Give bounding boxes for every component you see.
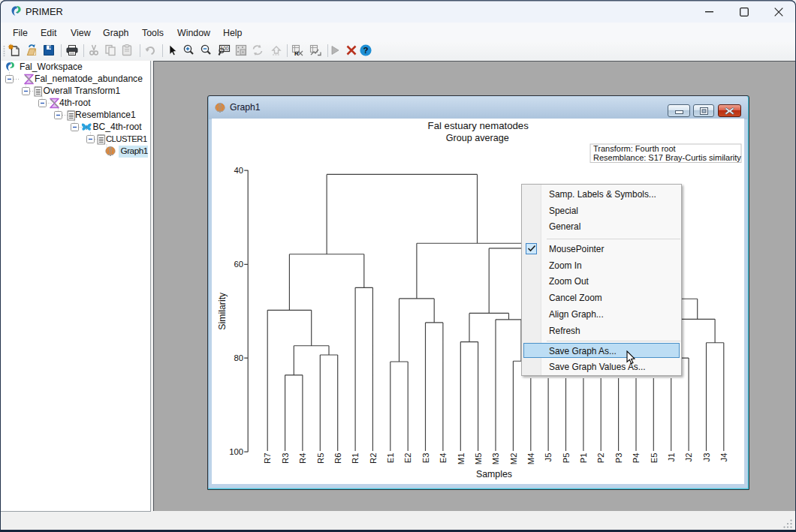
svg-text:P2: P2 [596, 452, 605, 463]
svg-text:J4: J4 [719, 452, 728, 461]
svg-text:P4: P4 [632, 452, 641, 463]
svg-text:M5: M5 [473, 452, 482, 464]
svg-text:J5: J5 [544, 452, 553, 461]
svg-text:R2: R2 [368, 452, 377, 463]
svg-text:100: 100 [229, 447, 243, 456]
svg-text:Transform: Fourth root: Transform: Fourth root [593, 144, 676, 153]
svg-text:?: ? [363, 46, 368, 55]
svg-text:R6: R6 [333, 452, 342, 463]
svg-text:Fal estuary nematodes: Fal estuary nematodes [427, 120, 529, 131]
svg-text:J1: J1 [666, 452, 675, 461]
svg-text:60: 60 [234, 260, 243, 269]
svg-text:40: 40 [234, 166, 243, 175]
svg-text:Resemblance: S17 Bray-Curtis s: Resemblance: S17 Bray-Curtis similarity [593, 153, 741, 162]
svg-text:E4: E4 [439, 452, 448, 463]
svg-text:E2: E2 [403, 452, 412, 463]
svg-text:P1: P1 [579, 452, 588, 463]
svg-text:R5: R5 [315, 452, 324, 463]
svg-text:J3: J3 [701, 452, 710, 461]
svg-text:80: 80 [234, 353, 243, 362]
svg-text:R3: R3 [280, 452, 289, 463]
svg-text:E5: E5 [649, 452, 658, 463]
svg-text:Samples: Samples [476, 469, 512, 479]
svg-text:R4: R4 [298, 452, 307, 463]
svg-text:M2: M2 [508, 452, 517, 464]
svg-text:M4: M4 [526, 452, 535, 464]
svg-text:P3: P3 [614, 452, 623, 463]
svg-text:J2: J2 [684, 452, 693, 461]
svg-text:M3: M3 [491, 452, 500, 464]
svg-text:R7: R7 [263, 452, 272, 463]
svg-text:E1: E1 [386, 452, 395, 463]
svg-text:R1: R1 [351, 452, 360, 463]
svg-text:P5: P5 [561, 452, 570, 463]
svg-text:Similarity: Similarity [217, 291, 228, 329]
svg-text:Group average: Group average [445, 133, 508, 143]
svg-text:E3: E3 [421, 452, 430, 463]
svg-text:M1: M1 [456, 452, 465, 464]
